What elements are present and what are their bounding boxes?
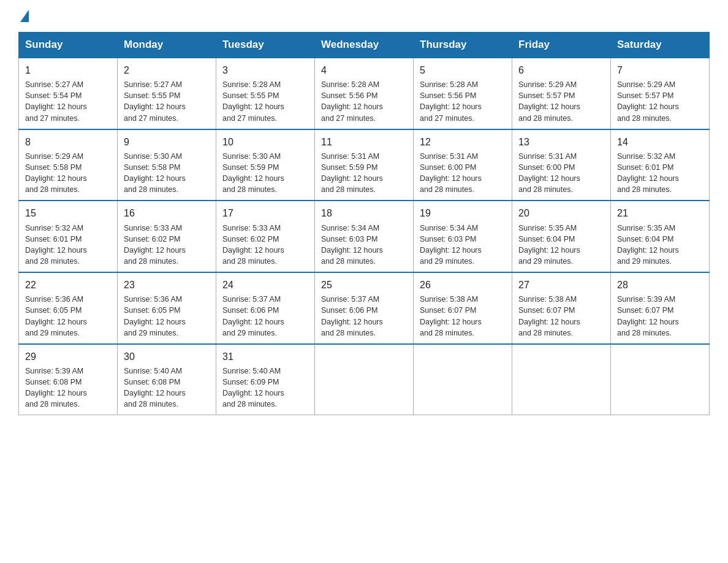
day-header-wednesday: Wednesday	[315, 33, 414, 58]
day-number: 28	[617, 278, 703, 292]
day-info: Sunrise: 5:34 AM Sunset: 6:03 PM Dayligh…	[321, 223, 407, 267]
calendar-cell: 24 Sunrise: 5:37 AM Sunset: 6:06 PM Dayl…	[216, 272, 315, 344]
day-info: Sunrise: 5:29 AM Sunset: 5:57 PM Dayligh…	[617, 79, 703, 124]
day-info: Sunrise: 5:39 AM Sunset: 6:07 PM Dayligh…	[617, 294, 703, 339]
calendar-week-row: 15 Sunrise: 5:32 AM Sunset: 6:01 PM Dayl…	[19, 201, 710, 272]
day-info: Sunrise: 5:34 AM Sunset: 6:03 PM Dayligh…	[420, 223, 506, 267]
calendar-cell: 31 Sunrise: 5:40 AM Sunset: 6:09 PM Dayl…	[216, 344, 315, 415]
calendar-cell: 12 Sunrise: 5:31 AM Sunset: 6:00 PM Dayl…	[414, 129, 512, 201]
day-info: Sunrise: 5:29 AM Sunset: 5:58 PM Dayligh…	[25, 151, 111, 196]
day-info: Sunrise: 5:39 AM Sunset: 6:08 PM Dayligh…	[25, 366, 111, 410]
day-info: Sunrise: 5:29 AM Sunset: 5:57 PM Dayligh…	[518, 79, 604, 124]
calendar-cell: 21 Sunrise: 5:35 AM Sunset: 6:04 PM Dayl…	[611, 201, 710, 272]
logo-text	[18, 12, 29, 22]
calendar-cell: 19 Sunrise: 5:34 AM Sunset: 6:03 PM Dayl…	[414, 201, 512, 272]
day-number: 19	[420, 206, 506, 220]
calendar-cell: 20 Sunrise: 5:35 AM Sunset: 6:04 PM Dayl…	[512, 201, 611, 272]
day-header-tuesday: Tuesday	[216, 33, 315, 58]
calendar-cell: 17 Sunrise: 5:33 AM Sunset: 6:02 PM Dayl…	[216, 201, 315, 272]
logo	[18, 12, 29, 20]
day-number: 21	[617, 206, 703, 220]
calendar-cell: 5 Sunrise: 5:28 AM Sunset: 5:56 PM Dayli…	[414, 58, 512, 129]
day-number: 29	[25, 350, 111, 364]
calendar-cell: 18 Sunrise: 5:34 AM Sunset: 6:03 PM Dayl…	[315, 201, 414, 272]
day-number: 11	[321, 135, 407, 149]
calendar-cell	[611, 344, 710, 415]
calendar-cell: 3 Sunrise: 5:28 AM Sunset: 5:55 PM Dayli…	[216, 58, 315, 129]
day-number: 14	[617, 135, 703, 149]
page-header	[18, 12, 710, 20]
day-number: 16	[124, 206, 210, 220]
day-number: 5	[420, 63, 506, 77]
day-header-thursday: Thursday	[414, 33, 512, 58]
day-number: 6	[518, 63, 604, 77]
day-info: Sunrise: 5:31 AM Sunset: 6:00 PM Dayligh…	[518, 151, 604, 196]
day-number: 2	[124, 63, 210, 77]
day-number: 13	[518, 135, 604, 149]
day-number: 1	[25, 63, 111, 77]
calendar-cell	[414, 344, 512, 415]
day-info: Sunrise: 5:31 AM Sunset: 6:00 PM Dayligh…	[420, 151, 506, 196]
day-number: 27	[518, 278, 604, 292]
day-info: Sunrise: 5:35 AM Sunset: 6:04 PM Dayligh…	[617, 223, 703, 267]
day-number: 8	[25, 135, 111, 149]
day-number: 26	[420, 278, 506, 292]
calendar-cell	[512, 344, 611, 415]
calendar-cell: 30 Sunrise: 5:40 AM Sunset: 6:08 PM Dayl…	[118, 344, 216, 415]
day-header-friday: Friday	[512, 33, 611, 58]
day-number: 17	[222, 206, 308, 220]
calendar-week-row: 29 Sunrise: 5:39 AM Sunset: 6:08 PM Dayl…	[19, 344, 710, 415]
day-info: Sunrise: 5:37 AM Sunset: 6:06 PM Dayligh…	[321, 294, 407, 339]
day-number: 30	[124, 350, 210, 364]
day-number: 31	[222, 350, 308, 364]
calendar-cell: 4 Sunrise: 5:28 AM Sunset: 5:56 PM Dayli…	[315, 58, 414, 129]
calendar-cell: 1 Sunrise: 5:27 AM Sunset: 5:54 PM Dayli…	[19, 58, 118, 129]
day-info: Sunrise: 5:28 AM Sunset: 5:56 PM Dayligh…	[420, 79, 506, 124]
calendar-cell: 7 Sunrise: 5:29 AM Sunset: 5:57 PM Dayli…	[611, 58, 710, 129]
day-number: 9	[124, 135, 210, 149]
day-info: Sunrise: 5:30 AM Sunset: 5:58 PM Dayligh…	[124, 151, 210, 196]
day-info: Sunrise: 5:36 AM Sunset: 6:05 PM Dayligh…	[124, 294, 210, 339]
calendar-cell: 23 Sunrise: 5:36 AM Sunset: 6:05 PM Dayl…	[118, 272, 216, 344]
day-info: Sunrise: 5:36 AM Sunset: 6:05 PM Dayligh…	[25, 294, 111, 339]
day-number: 23	[124, 278, 210, 292]
day-info: Sunrise: 5:37 AM Sunset: 6:06 PM Dayligh…	[222, 294, 308, 339]
day-number: 24	[222, 278, 308, 292]
calendar-cell: 6 Sunrise: 5:29 AM Sunset: 5:57 PM Dayli…	[512, 58, 611, 129]
calendar-header-row: SundayMondayTuesdayWednesdayThursdayFrid…	[19, 33, 710, 58]
calendar-cell: 25 Sunrise: 5:37 AM Sunset: 6:06 PM Dayl…	[315, 272, 414, 344]
day-info: Sunrise: 5:31 AM Sunset: 5:59 PM Dayligh…	[321, 151, 407, 196]
day-info: Sunrise: 5:28 AM Sunset: 5:55 PM Dayligh…	[222, 79, 308, 124]
day-number: 18	[321, 206, 407, 220]
day-info: Sunrise: 5:40 AM Sunset: 6:08 PM Dayligh…	[124, 366, 210, 410]
calendar-cell: 9 Sunrise: 5:30 AM Sunset: 5:58 PM Dayli…	[118, 129, 216, 201]
day-number: 15	[25, 206, 111, 220]
day-number: 22	[25, 278, 111, 292]
day-info: Sunrise: 5:27 AM Sunset: 5:54 PM Dayligh…	[25, 79, 111, 124]
calendar-body: 1 Sunrise: 5:27 AM Sunset: 5:54 PM Dayli…	[19, 58, 710, 415]
day-info: Sunrise: 5:33 AM Sunset: 6:02 PM Dayligh…	[222, 223, 308, 267]
day-info: Sunrise: 5:40 AM Sunset: 6:09 PM Dayligh…	[222, 366, 308, 410]
calendar-cell: 22 Sunrise: 5:36 AM Sunset: 6:05 PM Dayl…	[19, 272, 118, 344]
calendar-cell	[315, 344, 414, 415]
day-info: Sunrise: 5:35 AM Sunset: 6:04 PM Dayligh…	[518, 223, 604, 267]
day-number: 7	[617, 63, 703, 77]
day-number: 12	[420, 135, 506, 149]
calendar-cell: 14 Sunrise: 5:32 AM Sunset: 6:01 PM Dayl…	[611, 129, 710, 201]
day-info: Sunrise: 5:33 AM Sunset: 6:02 PM Dayligh…	[124, 223, 210, 267]
calendar-cell: 13 Sunrise: 5:31 AM Sunset: 6:00 PM Dayl…	[512, 129, 611, 201]
day-number: 4	[321, 63, 407, 77]
calendar-cell: 8 Sunrise: 5:29 AM Sunset: 5:58 PM Dayli…	[19, 129, 118, 201]
day-header-saturday: Saturday	[611, 33, 710, 58]
day-info: Sunrise: 5:30 AM Sunset: 5:59 PM Dayligh…	[222, 151, 308, 196]
calendar-cell: 15 Sunrise: 5:32 AM Sunset: 6:01 PM Dayl…	[19, 201, 118, 272]
day-number: 10	[222, 135, 308, 149]
calendar-cell: 11 Sunrise: 5:31 AM Sunset: 5:59 PM Dayl…	[315, 129, 414, 201]
calendar-week-row: 22 Sunrise: 5:36 AM Sunset: 6:05 PM Dayl…	[19, 272, 710, 344]
day-info: Sunrise: 5:32 AM Sunset: 6:01 PM Dayligh…	[25, 223, 111, 267]
calendar-cell: 27 Sunrise: 5:38 AM Sunset: 6:07 PM Dayl…	[512, 272, 611, 344]
day-info: Sunrise: 5:28 AM Sunset: 5:56 PM Dayligh…	[321, 79, 407, 124]
calendar-cell: 28 Sunrise: 5:39 AM Sunset: 6:07 PM Dayl…	[611, 272, 710, 344]
logo-triangle-icon	[20, 10, 29, 22]
calendar-cell: 29 Sunrise: 5:39 AM Sunset: 6:08 PM Dayl…	[19, 344, 118, 415]
